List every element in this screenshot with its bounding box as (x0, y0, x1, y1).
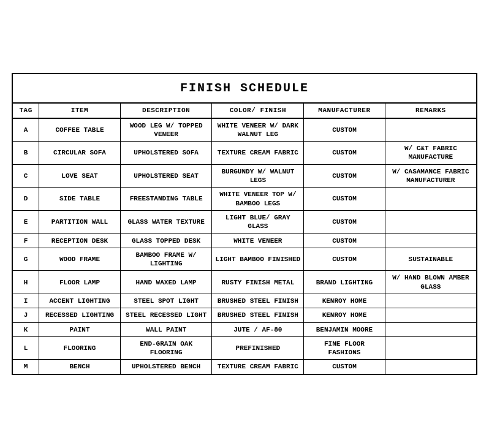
cell-remarks (385, 308, 477, 322)
table-row: EPARTITION WALLGLASS WATER TEXTURELIGHT … (12, 210, 477, 233)
cell-manufacturer: BRAND LIGHTING (304, 271, 385, 294)
col-header-item: ITEM (39, 103, 120, 118)
cell-color: BRUSHED STEEL FINISH (212, 308, 304, 322)
cell-remarks (385, 336, 477, 360)
cell-remarks (385, 210, 477, 233)
cell-color: WHITE VENEER W/ DARK WALNUT LEG (212, 118, 304, 142)
cell-color: LIGHT BLUE/ GRAY GLASS (212, 210, 304, 233)
cell-manufacturer: CUSTOM (304, 164, 385, 188)
col-header-manufacturer: MANUFACTURER (304, 103, 385, 118)
cell-description: STEEL SPOT LIGHT (120, 294, 212, 308)
table-row: IACCENT LIGHTINGSTEEL SPOT LIGHTBRUSHED … (12, 294, 477, 308)
table-row: ACOFFEE TABLEWOOD LEG W/ TOPPED VENEERWH… (12, 118, 477, 142)
table-row: BCIRCULAR SOFAUPHOLSTERED SOFATEXTURE CR… (12, 142, 477, 165)
cell-color: BURGUNDY W/ WALNUT LEGS (212, 164, 304, 188)
cell-manufacturer: CUSTOM (304, 360, 385, 374)
cell-remarks: W/ HAND BLOWN AMBER GLASS (385, 271, 477, 294)
cell-item: CIRCULAR SOFA (39, 142, 120, 165)
table-row: DSIDE TABLEFREESTANDING TABLEWHITE VENEE… (12, 188, 477, 211)
cell-remarks: W/ CASAMANCE FABRIC MANUFACTURER (385, 164, 477, 188)
cell-tag: K (12, 322, 39, 336)
cell-manufacturer: CUSTOM (304, 142, 385, 165)
cell-tag: I (12, 294, 39, 308)
table-row: KPAINTWALL PAINTJUTE / AF-80BENJAMIN MOO… (12, 322, 477, 336)
cell-description: HAND WAXED LAMP (120, 271, 212, 294)
cell-tag: D (12, 188, 39, 211)
cell-tag: H (12, 271, 39, 294)
cell-tag: J (12, 308, 39, 322)
cell-color: LIGHT BAMBOO FINISHED (212, 248, 304, 271)
cell-manufacturer: BENJAMIN MOORE (304, 322, 385, 336)
cell-color: TEXTURE CREAM FABRIC (212, 360, 304, 374)
cell-item: COFFEE TABLE (39, 118, 120, 142)
cell-tag: F (12, 233, 39, 248)
cell-remarks (385, 322, 477, 336)
cell-tag: E (12, 210, 39, 233)
cell-description: UPHOLSTERED SOFA (120, 142, 212, 165)
cell-item: ACCENT LIGHTING (39, 294, 120, 308)
table-row: LFLOORINGEND-GRAIN OAK FLOORINGPREFINISH… (12, 336, 477, 360)
cell-description: WALL PAINT (120, 322, 212, 336)
cell-manufacturer: CUSTOM (304, 118, 385, 142)
cell-description: GLASS TOPPED DESK (120, 233, 212, 248)
cell-color: WHITE VENEER (212, 233, 304, 248)
cell-tag: B (12, 142, 39, 165)
cell-manufacturer: CUSTOM (304, 210, 385, 233)
cell-manufacturer: KENROY HOME (304, 294, 385, 308)
cell-description: WOOD LEG W/ TOPPED VENEER (120, 118, 212, 142)
cell-color: PREFINISHED (212, 336, 304, 360)
cell-manufacturer: FINE FLOOR FASHIONS (304, 336, 385, 360)
cell-item: PAINT (39, 322, 120, 336)
cell-remarks (385, 233, 477, 248)
cell-remarks (385, 294, 477, 308)
page-wrapper: FINISH SCHEDULE TAG ITEM DESCRIPTION COL… (6, 67, 483, 381)
cell-description: END-GRAIN OAK FLOORING (120, 336, 212, 360)
cell-manufacturer: CUSTOM (304, 233, 385, 248)
cell-tag: L (12, 336, 39, 360)
cell-item: LOVE SEAT (39, 164, 120, 188)
cell-description: UPHOLSTERED BENCH (120, 360, 212, 374)
table-row: HFLOOR LAMPHAND WAXED LAMPRUSTY FINISH M… (12, 271, 477, 294)
cell-item: PARTITION WALL (39, 210, 120, 233)
cell-description: FREESTANDING TABLE (120, 188, 212, 211)
cell-description: STEEL RECESSED LIGHT (120, 308, 212, 322)
cell-color: TEXTURE CREAM FABRIC (212, 142, 304, 165)
cell-manufacturer: CUSTOM (304, 188, 385, 211)
cell-manufacturer: KENROY HOME (304, 308, 385, 322)
cell-tag: G (12, 248, 39, 271)
table-row: JRECESSED LIGHTINGSTEEL RECESSED LIGHTBR… (12, 308, 477, 322)
cell-item: FLOORING (39, 336, 120, 360)
cell-tag: C (12, 164, 39, 188)
table-row: CLOVE SEATUPHOLSTERED SEATBURGUNDY W/ WA… (12, 164, 477, 188)
col-header-color: COLOR/ FINISH (212, 103, 304, 118)
cell-color: RUSTY FINISH METAL (212, 271, 304, 294)
cell-item: RECEPTION DESK (39, 233, 120, 248)
table-title: FINISH SCHEDULE (12, 74, 477, 103)
col-header-remarks: REMARKS (385, 103, 477, 118)
cell-remarks: SUSTAINABLE (385, 248, 477, 271)
table-row: FRECEPTION DESKGLASS TOPPED DESKWHITE VE… (12, 233, 477, 248)
cell-color: BRUSHED STEEL FINISH (212, 294, 304, 308)
cell-remarks (385, 118, 477, 142)
cell-manufacturer: CUSTOM (304, 248, 385, 271)
col-header-tag: TAG (12, 103, 39, 118)
cell-item: BENCH (39, 360, 120, 374)
cell-description: GLASS WATER TEXTURE (120, 210, 212, 233)
cell-description: BAMBOO FRAME W/ LIGHTING (120, 248, 212, 271)
cell-item: SIDE TABLE (39, 188, 120, 211)
cell-tag: A (12, 118, 39, 142)
cell-remarks (385, 360, 477, 374)
cell-tag: M (12, 360, 39, 374)
cell-remarks (385, 188, 477, 211)
cell-remarks: W/ C&T FABRIC MANUFACTURE (385, 142, 477, 165)
cell-item: RECESSED LIGHTING (39, 308, 120, 322)
cell-color: JUTE / AF-80 (212, 322, 304, 336)
cell-description: UPHOLSTERED SEAT (120, 164, 212, 188)
table-row: GWOOD FRAMEBAMBOO FRAME W/ LIGHTINGLIGHT… (12, 248, 477, 271)
table-row: MBENCHUPHOLSTERED BENCHTEXTURE CREAM FAB… (12, 360, 477, 374)
cell-color: WHITE VENEER TOP W/ BAMBOO LEGS (212, 188, 304, 211)
cell-item: FLOOR LAMP (39, 271, 120, 294)
finish-schedule-table: FINISH SCHEDULE TAG ITEM DESCRIPTION COL… (12, 73, 477, 375)
col-header-description: DESCRIPTION (120, 103, 212, 118)
cell-item: WOOD FRAME (39, 248, 120, 271)
